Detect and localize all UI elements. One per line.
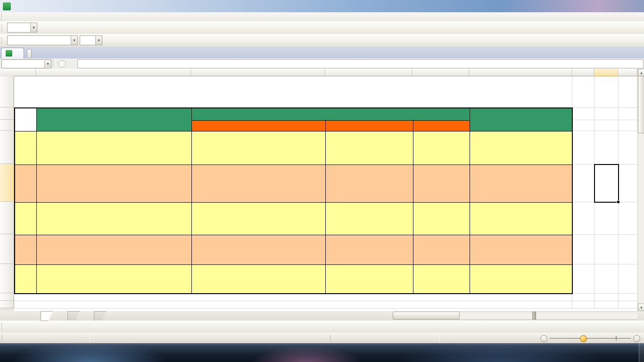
canh-cell[interactable] bbox=[325, 131, 413, 165]
sang-cell[interactable] bbox=[36, 235, 191, 264]
sheet-area[interactable] bbox=[14, 76, 637, 311]
horizontal-scroll-track[interactable] bbox=[460, 312, 532, 320]
formula-input[interactable] bbox=[77, 59, 644, 68]
header-cell-canh[interactable] bbox=[325, 120, 413, 131]
man-cell[interactable] bbox=[191, 202, 325, 235]
show-desktop-button[interactable] bbox=[639, 343, 644, 362]
day-cell[interactable] bbox=[15, 131, 36, 165]
man-cell[interactable] bbox=[191, 165, 325, 202]
scrollbar-split-handle[interactable] bbox=[532, 312, 536, 320]
toolbar-grip[interactable] bbox=[1, 323, 4, 330]
font-size-dropdown-icon[interactable]: ▾ bbox=[95, 36, 102, 45]
sang-cell[interactable] bbox=[36, 131, 191, 165]
xe-cell[interactable] bbox=[470, 165, 572, 202]
header-cell-xe[interactable] bbox=[470, 108, 572, 131]
sang-cell[interactable] bbox=[36, 264, 191, 294]
row-header-2[interactable] bbox=[0, 107, 14, 120]
tm-cell[interactable] bbox=[413, 235, 470, 264]
draw-menu-button[interactable] bbox=[7, 322, 21, 332]
header-cell-man[interactable] bbox=[191, 120, 325, 131]
name-box-dropdown-icon[interactable]: ▾ bbox=[44, 60, 51, 67]
font-name-dropdown-icon[interactable]: ▾ bbox=[71, 36, 77, 45]
xe-cell[interactable] bbox=[470, 235, 572, 264]
menu-item-file[interactable] bbox=[6, 16, 14, 17]
toolbar-grip[interactable] bbox=[1, 25, 4, 31]
xe-cell[interactable] bbox=[470, 264, 572, 294]
select-all-corner[interactable] bbox=[0, 69, 15, 77]
column-header-i[interactable] bbox=[618, 69, 637, 76]
column-header-f[interactable] bbox=[469, 69, 572, 76]
menu-item-help[interactable] bbox=[66, 16, 74, 17]
zoom-combobox[interactable]: ▾ bbox=[7, 23, 37, 33]
row-header-3[interactable] bbox=[0, 120, 14, 131]
insert-function-at-icon[interactable] bbox=[58, 60, 66, 68]
sheet-tab-sheet3[interactable] bbox=[94, 311, 106, 321]
zoom-slider-thumb[interactable] bbox=[580, 335, 587, 342]
zoom-in-button[interactable] bbox=[633, 335, 640, 342]
tm-cell[interactable] bbox=[413, 202, 470, 235]
font-name-combobox[interactable]: ▾ bbox=[7, 35, 78, 45]
man-cell[interactable] bbox=[191, 264, 325, 294]
scroll-down-icon[interactable]: ▼ bbox=[638, 304, 644, 311]
sheet-tab-sheet2[interactable] bbox=[67, 311, 80, 321]
column-header-e[interactable] bbox=[413, 69, 469, 76]
menu-title-block[interactable] bbox=[14, 76, 572, 107]
row-header-8[interactable] bbox=[0, 264, 14, 293]
header-cell-tm[interactable] bbox=[413, 120, 470, 131]
tm-cell[interactable] bbox=[413, 264, 470, 294]
column-header-c[interactable] bbox=[191, 69, 325, 76]
sheet-tab-sheet1[interactable] bbox=[41, 311, 53, 321]
day-cell[interactable] bbox=[15, 202, 36, 235]
row-header-7[interactable] bbox=[0, 234, 14, 264]
toolbar-grip[interactable] bbox=[1, 14, 4, 20]
row-header-6[interactable] bbox=[0, 202, 14, 234]
canh-cell[interactable] bbox=[325, 235, 413, 264]
selected-cell-h5[interactable] bbox=[594, 164, 619, 203]
empty-corner-cell[interactable] bbox=[15, 108, 36, 131]
scroll-up-icon[interactable]: ▲ bbox=[638, 69, 644, 76]
canh-cell[interactable] bbox=[325, 165, 413, 202]
zoom-out-button[interactable] bbox=[540, 335, 547, 342]
man-cell[interactable] bbox=[191, 235, 325, 264]
zoom-slider[interactable] bbox=[540, 333, 640, 344]
name-box[interactable]: ▾ bbox=[1, 59, 51, 68]
menu-item-data[interactable] bbox=[51, 16, 59, 17]
vertical-scrollbar[interactable]: ▲ ▼ bbox=[637, 69, 644, 311]
zoom-slider-track[interactable] bbox=[550, 338, 631, 339]
sang-cell[interactable] bbox=[36, 165, 191, 202]
menu-item-edit[interactable] bbox=[14, 16, 21, 17]
menu-item-tools[interactable] bbox=[44, 16, 51, 17]
function-wizard-icon[interactable] bbox=[66, 60, 74, 68]
row-header-9[interactable] bbox=[0, 293, 14, 301]
horizontal-scroll-thumb[interactable] bbox=[393, 312, 460, 320]
xe-cell[interactable] bbox=[470, 202, 572, 235]
header-cell-trua[interactable] bbox=[191, 108, 470, 120]
menu-item-view[interactable] bbox=[21, 16, 29, 17]
row-header-1[interactable] bbox=[0, 76, 14, 107]
column-header-g[interactable] bbox=[572, 69, 594, 76]
horizontal-scroll-track2[interactable] bbox=[536, 312, 637, 320]
header-cell-sang[interactable] bbox=[36, 108, 191, 131]
horizontal-scrollbar[interactable] bbox=[393, 312, 637, 319]
day-cell[interactable] bbox=[15, 165, 36, 202]
tm-cell[interactable] bbox=[413, 131, 470, 165]
man-cell[interactable] bbox=[191, 131, 325, 165]
canh-cell[interactable] bbox=[325, 264, 413, 294]
vertical-scroll-thumb[interactable] bbox=[638, 76, 644, 133]
day-cell[interactable] bbox=[15, 235, 36, 264]
menu-item-format[interactable] bbox=[36, 16, 44, 17]
column-header-h[interactable] bbox=[594, 69, 618, 77]
font-size-combobox[interactable]: ▾ bbox=[80, 35, 102, 45]
tm-cell[interactable] bbox=[413, 165, 470, 202]
document-tab[interactable] bbox=[1, 48, 24, 58]
toolbar-grip[interactable] bbox=[1, 37, 4, 44]
column-header-b[interactable] bbox=[36, 69, 191, 76]
day-cell[interactable] bbox=[15, 264, 36, 294]
canh-cell[interactable] bbox=[325, 202, 413, 235]
row-header-5[interactable] bbox=[0, 164, 15, 202]
row-header-10[interactable] bbox=[0, 301, 14, 308]
column-header-a[interactable] bbox=[14, 69, 36, 76]
menu-item-insert[interactable] bbox=[29, 16, 36, 17]
menu-item-window[interactable] bbox=[59, 16, 66, 17]
zoom-dropdown-icon[interactable]: ▾ bbox=[30, 23, 37, 32]
